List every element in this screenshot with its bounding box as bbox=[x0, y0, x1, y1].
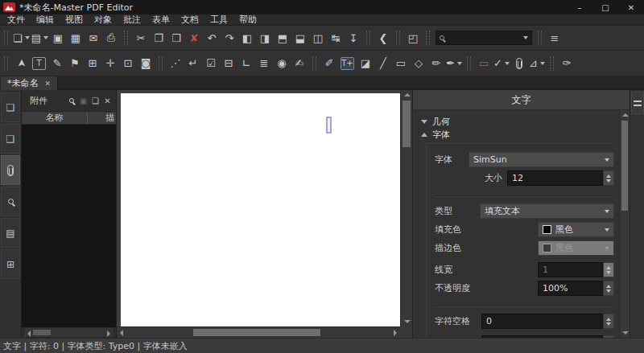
scroll-down-icon[interactable] bbox=[622, 331, 629, 335]
canvas-vscrollbar[interactable] bbox=[400, 90, 412, 326]
add-attachment-icon[interactable]: ❏ bbox=[89, 95, 101, 107]
delete-button[interactable]: ✘ bbox=[186, 30, 202, 46]
menu-annotate[interactable]: 批注 bbox=[118, 14, 147, 26]
tab-close-icon[interactable]: ✕ bbox=[45, 80, 52, 88]
menu-edit[interactable]: 编辑 bbox=[31, 14, 60, 26]
polygon-tool[interactable]: ◇ bbox=[411, 55, 427, 72]
text-field-tool[interactable]: ∟ bbox=[238, 55, 254, 72]
distribute-button[interactable]: ↹ bbox=[328, 30, 344, 46]
font-size-input[interactable]: 12 bbox=[507, 170, 603, 186]
cut-button[interactable]: ✂ bbox=[133, 30, 149, 46]
close-panel-icon[interactable]: ✕ bbox=[101, 95, 114, 107]
check-annotation-tool[interactable]: ✓ bbox=[493, 55, 510, 72]
document-tab[interactable]: *未命名 ✕ bbox=[1, 76, 58, 90]
attachments-list[interactable] bbox=[22, 125, 116, 327]
form-editor-tool[interactable]: ⊞ bbox=[85, 55, 101, 72]
scrollbar-thumb[interactable] bbox=[33, 330, 51, 335]
search-dropdown-caret[interactable] bbox=[523, 36, 528, 39]
signature-field-tool[interactable]: ✍ bbox=[291, 55, 308, 72]
menu-object[interactable]: 对象 bbox=[89, 14, 118, 26]
crop-tool[interactable]: ⊡ bbox=[120, 55, 136, 72]
paste-button[interactable]: ❒ bbox=[168, 30, 184, 46]
link-tool[interactable]: ⋰ bbox=[167, 55, 184, 72]
scroll-down-icon[interactable] bbox=[404, 320, 411, 323]
pencil-tool[interactable]: ✏ bbox=[428, 55, 444, 72]
font-family-select[interactable]: SimSun bbox=[469, 152, 614, 167]
scroll-right-icon[interactable] bbox=[107, 330, 110, 337]
rectangle-tool[interactable]: ▭ bbox=[393, 55, 409, 72]
attachments-hscrollbar[interactable] bbox=[23, 327, 114, 338]
canvas-hscrollbar[interactable] bbox=[117, 326, 400, 338]
back-button[interactable]: ❮ bbox=[375, 30, 391, 46]
email-button[interactable]: ✉ bbox=[85, 30, 101, 46]
save-as-button[interactable]: ▦ bbox=[68, 30, 84, 46]
hand-tool[interactable]: ✛ bbox=[102, 55, 118, 72]
section-font[interactable]: 字体 bbox=[421, 128, 614, 141]
column-description[interactable]: 描 bbox=[88, 112, 116, 124]
align-right-button[interactable]: ◨ bbox=[257, 30, 273, 46]
save-attachment-icon[interactable]: ▣ bbox=[77, 95, 89, 107]
close-button[interactable]: ✕ bbox=[619, 1, 643, 14]
layers-tab-icon[interactable]: ▤ bbox=[1, 218, 20, 248]
scrollbar-thumb[interactable] bbox=[193, 329, 320, 336]
signature-tab-icon[interactable]: ⊞ bbox=[1, 249, 20, 279]
menu-document[interactable]: 文档 bbox=[175, 14, 204, 26]
menu-file[interactable]: 文件 bbox=[2, 14, 31, 26]
column-name[interactable]: 名称 bbox=[22, 112, 88, 124]
scroll-left-icon[interactable] bbox=[27, 330, 31, 337]
scrollbar-thumb[interactable] bbox=[621, 121, 628, 211]
bookmarks-tab-icon[interactable]: ❑ bbox=[1, 124, 20, 154]
add-text-tool[interactable]: T+ bbox=[341, 57, 354, 70]
radio-field-tool[interactable]: ◉ bbox=[274, 55, 290, 72]
menu-view[interactable]: 视图 bbox=[60, 14, 89, 26]
open-document-button[interactable]: ▤ bbox=[31, 30, 48, 46]
search-box[interactable] bbox=[436, 31, 532, 45]
char-spacing-stepper[interactable] bbox=[603, 314, 614, 329]
snapshot-tool[interactable]: ◙ bbox=[138, 55, 154, 72]
menu-form[interactable]: 表单 bbox=[147, 14, 175, 26]
maximize-button[interactable]: □ bbox=[593, 1, 617, 14]
copy-button[interactable]: ❐ bbox=[151, 30, 167, 46]
scroll-up-icon[interactable] bbox=[404, 93, 411, 96]
undo-button[interactable]: ↶ bbox=[204, 30, 220, 46]
align-top-button[interactable]: ⬒ bbox=[275, 30, 291, 46]
minimize-button[interactable]: – bbox=[568, 1, 592, 14]
checkbox-field-tool[interactable]: ☑ bbox=[203, 55, 219, 72]
overflow-menu-button[interactable]: ≡ bbox=[547, 30, 563, 46]
redo-button[interactable]: ↷ bbox=[221, 30, 237, 46]
align-center-button[interactable]: ◫ bbox=[310, 30, 326, 46]
new-document-button[interactable]: ❏ bbox=[13, 30, 30, 46]
search-attachments-icon[interactable] bbox=[65, 95, 77, 107]
search-input[interactable] bbox=[444, 33, 521, 43]
enter-field-tool[interactable]: ↵ bbox=[185, 55, 201, 72]
text-insert-cursor[interactable] bbox=[326, 117, 332, 133]
highlighter-tool[interactable]: ⊿ bbox=[529, 55, 545, 72]
panel-vscrollbar[interactable] bbox=[619, 110, 630, 338]
fill-color-select[interactable]: 黑色 bbox=[538, 222, 614, 237]
menu-tools[interactable]: 工具 bbox=[204, 14, 233, 26]
print-button[interactable]: ⎙ bbox=[103, 30, 119, 46]
opacity-input[interactable]: 100% bbox=[538, 281, 603, 296]
image-tool[interactable]: ◪ bbox=[357, 55, 374, 72]
send-backward-button[interactable]: ↧ bbox=[345, 30, 361, 46]
opacity-stepper[interactable] bbox=[603, 281, 614, 296]
search-tab-icon[interactable] bbox=[1, 187, 20, 216]
line-tool[interactable]: ╱ bbox=[375, 55, 391, 72]
scrollbar-thumb[interactable] bbox=[402, 101, 411, 147]
listbox-field-tool[interactable]: ≣ bbox=[256, 55, 272, 72]
scroll-up-icon[interactable] bbox=[622, 113, 629, 117]
pdf-page[interactable] bbox=[121, 93, 400, 326]
save-button[interactable]: ▣ bbox=[50, 30, 66, 46]
text-note-tool[interactable]: ✐ bbox=[321, 55, 337, 72]
align-bottom-button[interactable]: ⬓ bbox=[292, 30, 308, 46]
font-size-stepper[interactable] bbox=[603, 170, 614, 186]
edit-text-tool[interactable]: T bbox=[32, 57, 46, 70]
thumbnails-tab-icon[interactable]: ❏ bbox=[1, 92, 20, 122]
scroll-left-icon[interactable] bbox=[120, 330, 123, 336]
goto-tool[interactable]: ⚑ bbox=[67, 55, 83, 72]
combobox-field-tool[interactable]: ⊟ bbox=[221, 55, 237, 72]
edit-document-tool[interactable]: ✎ bbox=[49, 55, 65, 72]
align-left-button[interactable]: ◧ bbox=[239, 30, 255, 46]
char-spacing-input[interactable]: 0 bbox=[481, 314, 603, 329]
fit-screen-button[interactable]: ◰ bbox=[405, 30, 421, 46]
